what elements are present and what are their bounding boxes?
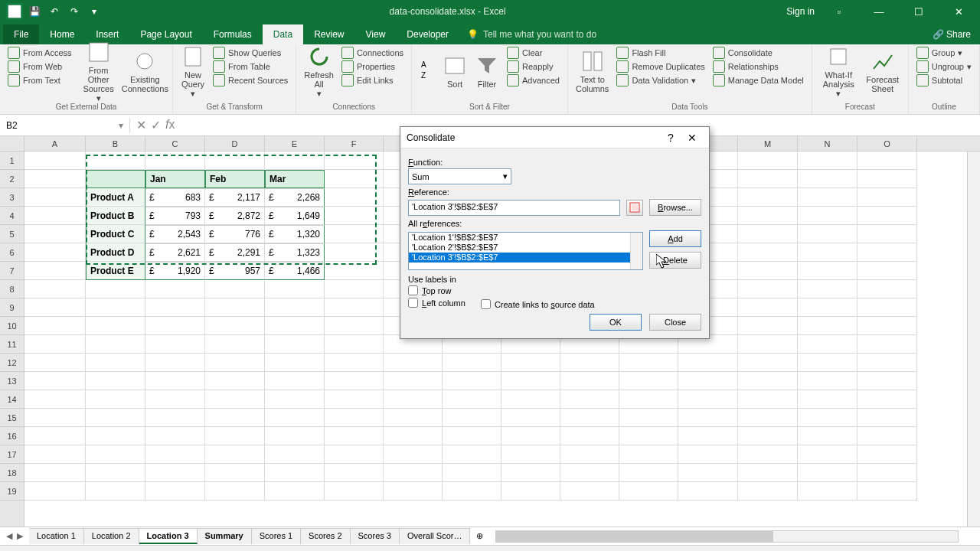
cell[interactable]	[265, 390, 325, 409]
subtotal-button[interactable]: Subtotal	[913, 73, 975, 87]
cell[interactable]	[24, 225, 86, 243]
forecast-button[interactable]: Forecast Sheet	[862, 46, 903, 96]
cell[interactable]	[560, 445, 619, 464]
reference-list-item[interactable]: 'Location 1'!$B$2:$E$7	[409, 233, 642, 243]
cell[interactable]	[443, 482, 501, 500]
cell[interactable]	[858, 188, 917, 207]
column-header[interactable]: O	[858, 136, 917, 151]
cell[interactable]	[738, 445, 798, 464]
cell[interactable]	[858, 317, 917, 335]
column-header[interactable]: C	[145, 136, 205, 151]
share-button[interactable]: 🔗 Share	[923, 24, 980, 44]
cell[interactable]	[738, 354, 798, 372]
whatif-button[interactable]: What-If Analysis ▾	[817, 46, 861, 96]
cell[interactable]	[24, 409, 86, 427]
cell[interactable]	[384, 427, 443, 445]
cell[interactable]: Product E	[86, 262, 145, 280]
cell[interactable]	[858, 170, 917, 188]
cell[interactable]	[443, 445, 501, 464]
delete-button[interactable]: Delete	[649, 252, 701, 269]
cell[interactable]: Product A	[86, 188, 145, 207]
cell[interactable]	[738, 262, 798, 280]
row-header[interactable]: 9	[0, 298, 24, 317]
flash-fill-button[interactable]: Flash Fill	[613, 46, 707, 60]
cell[interactable]	[619, 427, 678, 445]
cell[interactable]	[738, 207, 798, 225]
cell[interactable]	[86, 298, 145, 317]
cell[interactable]	[24, 372, 86, 390]
cell[interactable]	[858, 152, 917, 170]
cell[interactable]	[24, 317, 86, 335]
app-icon[interactable]	[6, 3, 23, 20]
row-header[interactable]: 14	[0, 390, 24, 409]
cell[interactable]	[145, 445, 205, 464]
cell[interactable]	[265, 354, 325, 372]
cell[interactable]: £1,466	[265, 262, 325, 280]
cell[interactable]	[86, 464, 145, 482]
cell[interactable]	[858, 409, 917, 427]
cell[interactable]	[325, 317, 384, 335]
cell[interactable]	[738, 317, 798, 335]
manage-data-model-button[interactable]: Manage Data Model	[710, 73, 807, 87]
cell[interactable]	[24, 243, 86, 262]
cell[interactable]	[145, 280, 205, 298]
cell[interactable]: Product B	[86, 207, 145, 225]
dialog-close-icon[interactable]: ✕	[681, 132, 703, 144]
tab-view[interactable]: View	[355, 24, 397, 44]
cell[interactable]	[145, 464, 205, 482]
cell[interactable]: £2,117	[205, 188, 265, 207]
row-header[interactable]: 18	[0, 464, 24, 482]
cell[interactable]	[738, 298, 798, 317]
from-access-button[interactable]: From Access	[5, 46, 75, 60]
cell[interactable]	[24, 427, 86, 445]
show-queries-button[interactable]: Show Queries	[210, 46, 291, 60]
row-header[interactable]: 17	[0, 445, 24, 464]
cell[interactable]	[501, 464, 560, 482]
cell[interactable]	[678, 354, 738, 372]
properties-button[interactable]: Properties	[338, 60, 407, 73]
cell[interactable]: Feb	[205, 170, 265, 188]
cell[interactable]	[678, 427, 738, 445]
cell[interactable]	[678, 372, 738, 390]
cell[interactable]	[24, 482, 86, 500]
sheet-tab[interactable]: Location 2	[84, 528, 139, 544]
cell[interactable]	[619, 390, 678, 409]
cell[interactable]: £2,872	[205, 207, 265, 225]
cell[interactable]	[145, 152, 205, 170]
cell[interactable]: £683	[145, 188, 205, 207]
list-scrollbar[interactable]	[630, 233, 642, 269]
cell[interactable]	[678, 482, 738, 500]
edit-links-button[interactable]: Edit Links	[338, 73, 407, 87]
cell[interactable]: Product C	[86, 225, 145, 243]
row-header[interactable]: 15	[0, 409, 24, 427]
cell[interactable]	[205, 390, 265, 409]
row-header[interactable]: 12	[0, 354, 24, 372]
text-to-columns-button[interactable]: Text to Columns	[573, 46, 612, 96]
row-header[interactable]: 7	[0, 262, 24, 280]
cell[interactable]	[86, 280, 145, 298]
cell[interactable]	[619, 482, 678, 500]
from-text-button[interactable]: From Text	[5, 73, 75, 87]
maximize-icon[interactable]: ☐	[903, 0, 934, 23]
cell[interactable]	[325, 409, 384, 427]
row-header[interactable]: 13	[0, 372, 24, 390]
cell[interactable]	[325, 262, 384, 280]
cell[interactable]	[205, 335, 265, 354]
cell[interactable]	[560, 464, 619, 482]
cell[interactable]	[205, 372, 265, 390]
cell[interactable]	[619, 372, 678, 390]
cell[interactable]	[384, 482, 443, 500]
cell[interactable]	[265, 445, 325, 464]
cell[interactable]	[145, 482, 205, 500]
name-box[interactable]: B2▾	[0, 118, 130, 133]
recent-sources-button[interactable]: Recent Sources	[210, 73, 291, 87]
cell[interactable]	[858, 445, 917, 464]
cell[interactable]	[145, 409, 205, 427]
sheet-tab[interactable]: Scores 3	[351, 528, 400, 544]
close-button[interactable]: Close	[649, 314, 701, 331]
cell[interactable]	[325, 170, 384, 188]
cell[interactable]	[24, 390, 86, 409]
cell[interactable]	[145, 298, 205, 317]
cell[interactable]	[325, 207, 384, 225]
cell[interactable]: Mar	[265, 170, 325, 188]
